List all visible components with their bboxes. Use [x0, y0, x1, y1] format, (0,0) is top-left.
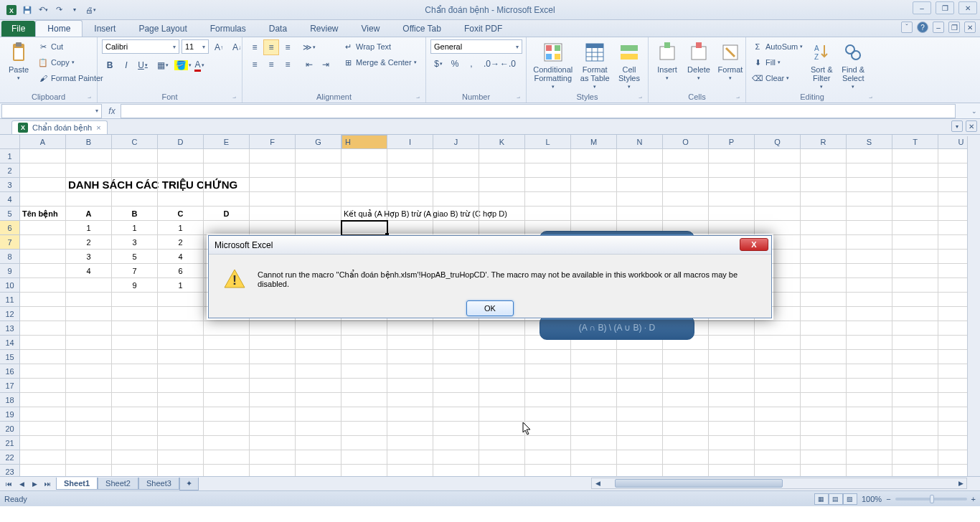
- cell[interactable]: [801, 321, 847, 336]
- cell[interactable]: [479, 178, 525, 192]
- cell[interactable]: [433, 436, 479, 450]
- cell[interactable]: [847, 307, 892, 321]
- column-header[interactable]: K: [479, 135, 525, 149]
- cell[interactable]: [525, 163, 571, 178]
- cell[interactable]: [433, 450, 479, 465]
- column-header[interactable]: A: [20, 135, 66, 149]
- cell[interactable]: [617, 149, 663, 163]
- cell[interactable]: [479, 407, 525, 422]
- cell[interactable]: [20, 321, 66, 336]
- cell[interactable]: [20, 264, 66, 278]
- cell[interactable]: [755, 436, 801, 450]
- cell[interactable]: [617, 163, 663, 178]
- cell[interactable]: [663, 393, 709, 407]
- cell[interactable]: [204, 364, 250, 379]
- copy-button[interactable]: 📋Copy▾: [36, 55, 105, 70]
- cell[interactable]: [709, 379, 755, 393]
- cell[interactable]: [709, 393, 755, 407]
- cell[interactable]: [158, 393, 204, 407]
- cell[interactable]: [709, 192, 755, 207]
- cell[interactable]: [20, 393, 66, 407]
- tab-office-tab[interactable]: Office Tab: [391, 21, 453, 37]
- cell[interactable]: [204, 192, 250, 207]
- column-header[interactable]: T: [892, 135, 938, 149]
- cell[interactable]: [663, 436, 709, 450]
- cell[interactable]: 1: [158, 278, 204, 293]
- row-header[interactable]: 5: [0, 207, 20, 221]
- cell[interactable]: [433, 207, 479, 221]
- wrap-text-button[interactable]: ↵Wrap Text: [341, 39, 418, 54]
- cell[interactable]: [341, 436, 387, 450]
- cell[interactable]: [112, 350, 158, 364]
- cell[interactable]: [479, 221, 525, 235]
- fill-button[interactable]: ⬇Fill▾: [750, 55, 804, 70]
- cell[interactable]: [296, 149, 341, 163]
- cell[interactable]: [204, 422, 250, 436]
- row-header[interactable]: 13: [0, 321, 20, 336]
- row-header[interactable]: 4: [0, 192, 20, 207]
- cell[interactable]: [112, 336, 158, 350]
- cell[interactable]: [847, 350, 892, 364]
- cell[interactable]: [387, 192, 433, 207]
- cell[interactable]: [801, 364, 847, 379]
- cell[interactable]: [158, 163, 204, 178]
- cell[interactable]: [525, 350, 571, 364]
- cell[interactable]: [204, 450, 250, 465]
- cell[interactable]: [617, 393, 663, 407]
- cell[interactable]: [847, 450, 892, 465]
- hscroll-thumb[interactable]: [615, 479, 783, 488]
- cell[interactable]: [341, 350, 387, 364]
- cell[interactable]: [112, 422, 158, 436]
- cell[interactable]: [892, 192, 938, 207]
- cell[interactable]: [755, 163, 801, 178]
- cell[interactable]: [250, 364, 296, 379]
- cell[interactable]: [66, 450, 112, 465]
- cell[interactable]: 2: [66, 235, 112, 250]
- cell[interactable]: [341, 379, 387, 393]
- cell[interactable]: [387, 450, 433, 465]
- cell[interactable]: DANH SÁCH CÁC TRIỆU CHỨNG: [66, 178, 112, 192]
- cell[interactable]: [20, 278, 66, 293]
- cell[interactable]: [801, 235, 847, 250]
- cell[interactable]: [755, 450, 801, 465]
- cell[interactable]: [296, 393, 341, 407]
- cell[interactable]: [20, 450, 66, 465]
- cell[interactable]: [433, 407, 479, 422]
- column-header[interactable]: J: [433, 135, 479, 149]
- cell[interactable]: [571, 178, 617, 192]
- cell[interactable]: [250, 465, 296, 476]
- align-left-icon[interactable]: ≡: [247, 57, 263, 72]
- column-header[interactable]: F: [250, 135, 296, 149]
- cell[interactable]: [296, 364, 341, 379]
- cell[interactable]: [20, 235, 66, 250]
- select-all-corner[interactable]: [0, 135, 20, 149]
- cell[interactable]: [525, 149, 571, 163]
- cell[interactable]: [20, 436, 66, 450]
- cell[interactable]: 1: [158, 221, 204, 235]
- cell[interactable]: [20, 307, 66, 321]
- cell[interactable]: [341, 407, 387, 422]
- cell[interactable]: Kết quả (A Hợp B) trừ (A giao B) trừ (C …: [341, 207, 387, 221]
- cell[interactable]: [341, 364, 387, 379]
- cell[interactable]: [479, 207, 525, 221]
- vertical-scrollbar[interactable]: [967, 136, 980, 478]
- cell[interactable]: [204, 350, 250, 364]
- cell[interactable]: [296, 221, 341, 235]
- cell[interactable]: [204, 465, 250, 476]
- cell[interactable]: [341, 465, 387, 476]
- cell[interactable]: [709, 422, 755, 436]
- cell[interactable]: [20, 221, 66, 235]
- cell[interactable]: [709, 407, 755, 422]
- cell[interactable]: [525, 436, 571, 450]
- cell[interactable]: [892, 364, 938, 379]
- cell[interactable]: [341, 336, 387, 350]
- cell[interactable]: [663, 207, 709, 221]
- cell[interactable]: [801, 450, 847, 465]
- cell[interactable]: [20, 149, 66, 163]
- cell[interactable]: [433, 178, 479, 192]
- cell[interactable]: [755, 364, 801, 379]
- cut-button[interactable]: ✂Cut: [36, 39, 105, 54]
- cell[interactable]: [617, 364, 663, 379]
- cell[interactable]: [755, 149, 801, 163]
- cell[interactable]: [571, 393, 617, 407]
